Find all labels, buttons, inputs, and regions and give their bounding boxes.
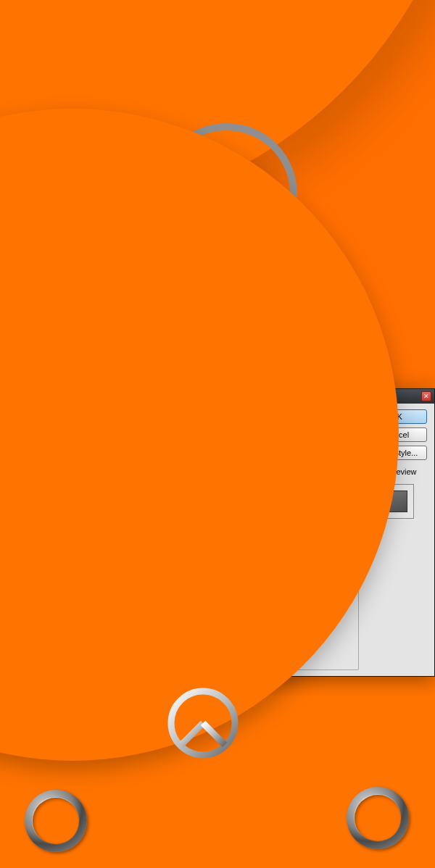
metal-ring-left [25,790,87,852]
close-icon: ✕ [423,393,429,400]
metal-ring-right [347,787,409,849]
peace-symbol [167,687,239,759]
close-button[interactable]: ✕ [421,391,431,401]
bottom-canvas [0,696,435,868]
